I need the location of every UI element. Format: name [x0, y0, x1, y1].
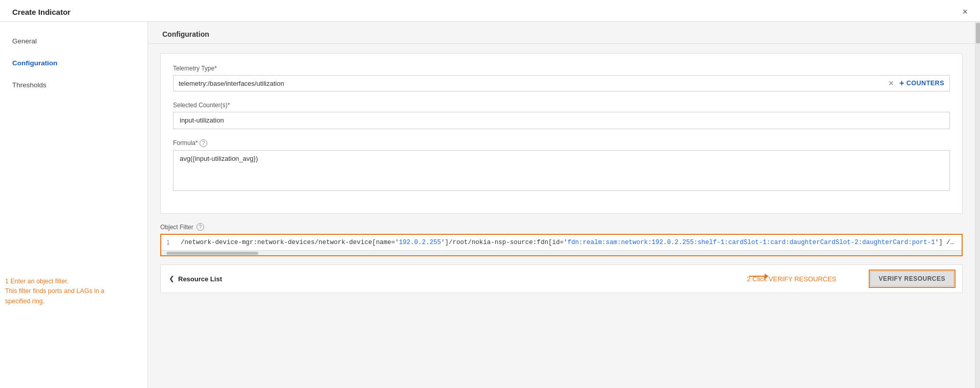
selected-counters-label: Selected Counter(s)* — [173, 102, 950, 109]
modal-header: Create Indicator × — [0, 0, 980, 22]
modal-body: General Configuration Thresholds 1 Enter… — [0, 22, 980, 388]
formula-help-icon[interactable]: ? — [200, 139, 207, 147]
object-filter-section: Object Filter ? 1 /network-device-mgr:ne… — [160, 223, 963, 256]
sidebar-item-general[interactable]: General — [12, 37, 135, 45]
object-filter-help-icon[interactable]: ? — [197, 223, 204, 231]
counters-label: COUNTERS — [906, 80, 944, 87]
sidebar-item-thresholds[interactable]: Thresholds — [12, 81, 135, 89]
arrow-line — [749, 276, 765, 277]
resource-list-title: ❮ Resource List — [169, 275, 222, 283]
verify-resources-button[interactable]: VERIFY RESOURCES — [870, 271, 954, 286]
formula-label: Formula* ? — [173, 139, 950, 147]
modal-title: Create Indicator — [12, 8, 70, 16]
config-card: Telemetry Type* ✕ + COUNTERS Selected Co… — [160, 53, 963, 214]
telemetry-type-group: Telemetry Type* ✕ + COUNTERS — [173, 65, 950, 91]
right-scrollbar[interactable] — [975, 22, 980, 388]
resource-list-header: ❮ Resource List 2 Click VERIFY RESOURCES… — [161, 265, 962, 293]
sidebar-item-configuration[interactable]: Configuration — [12, 59, 135, 67]
resource-list-label: Resource List — [178, 275, 222, 283]
sidebar: General Configuration Thresholds 1 Enter… — [0, 22, 148, 388]
resource-list-section: ❮ Resource List 2 Click VERIFY RESOURCES… — [160, 264, 963, 293]
editor-scrollbar[interactable] — [161, 250, 962, 255]
arrow-head — [765, 274, 769, 279]
selected-counters-group: Selected Counter(s)* input-utilization — [173, 102, 950, 129]
close-button[interactable]: × — [962, 7, 968, 16]
selected-counters-value: input-utilization — [173, 112, 950, 129]
scrollbar-thumb — [976, 23, 980, 43]
object-filter-label-row: Object Filter ? — [160, 223, 963, 231]
sidebar-annotation: 1 Enter an object filter. This filter fi… — [5, 277, 105, 306]
editor-line-1: 1 /network-device-mgr:network-devices/ne… — [161, 235, 962, 250]
telemetry-type-label: Telemetry Type* — [173, 65, 950, 72]
telemetry-type-input[interactable] — [179, 80, 888, 87]
counters-button[interactable]: + COUNTERS — [899, 79, 944, 88]
clear-icon[interactable]: ✕ — [888, 79, 894, 87]
formula-value: avg({input-utilization_avg}) — [173, 150, 950, 191]
counters-plus-icon: + — [899, 79, 904, 88]
section-title: Configuration — [148, 22, 975, 44]
editor-scrollbar-thumb — [166, 252, 258, 255]
main-content: Configuration Telemetry Type* ✕ + COUNTE… — [148, 22, 975, 388]
verify-area: 2 Click VERIFY RESOURCES VERIFY RESOURCE… — [747, 271, 954, 286]
formula-group: Formula* ? avg({input-utilization_avg}) — [173, 139, 950, 191]
editor-content: /network-device-mgr:network-devices/netw… — [181, 239, 957, 246]
line-number: 1 — [166, 239, 177, 246]
object-filter-editor[interactable]: 1 /network-device-mgr:network-devices/ne… — [160, 234, 963, 256]
verify-arrow — [749, 274, 769, 279]
telemetry-type-input-row: ✕ + COUNTERS — [173, 75, 950, 91]
modal-overlay: Create Indicator × General Configuration… — [0, 0, 980, 388]
chevron-icon: ❮ — [169, 275, 174, 282]
